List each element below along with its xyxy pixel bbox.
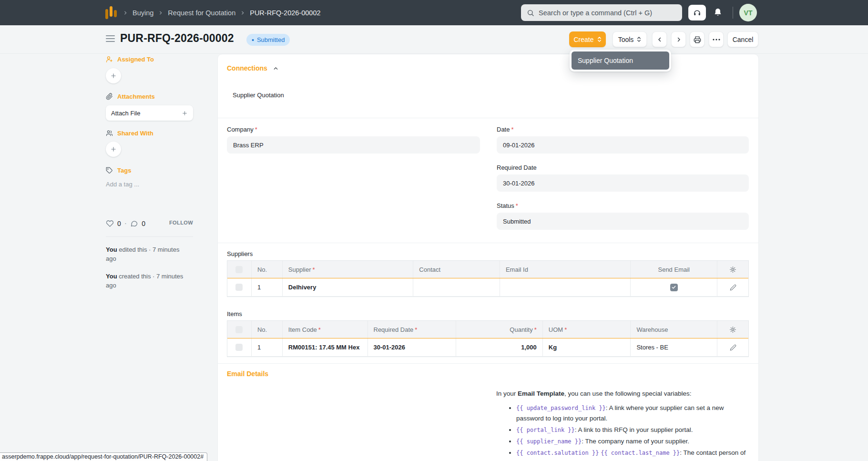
column-header-warehouse: Warehouse bbox=[631, 321, 717, 338]
add-tag-input[interactable]: Add a tag ... bbox=[106, 181, 139, 188]
column-header-send-email: Send Email bbox=[631, 261, 717, 278]
notifications-bell-icon[interactable] bbox=[713, 7, 724, 19]
breadcrumb: Buying Request for Quotation PUR-RFQ-202… bbox=[123, 0, 321, 25]
heart-icon[interactable] bbox=[106, 220, 114, 227]
supplier-name-cell[interactable]: Delhivery bbox=[283, 278, 413, 296]
chevron-up-icon[interactable] bbox=[273, 65, 279, 72]
required-marker: * bbox=[564, 326, 567, 333]
edit-row-pencil-icon[interactable] bbox=[717, 338, 748, 356]
breadcrumb-request-for-quotation[interactable]: Request for Quotation bbox=[168, 9, 235, 17]
column-header-email-id: Email Id bbox=[500, 261, 631, 278]
item-quantity-cell[interactable]: 1,000 bbox=[456, 338, 543, 356]
breadcrumb-current-document[interactable]: PUR-RFQ-2026-00002 bbox=[250, 9, 320, 17]
print-button[interactable] bbox=[690, 31, 705, 47]
row-select-checkbox[interactable] bbox=[235, 344, 243, 351]
suppliers-section-label: Suppliers bbox=[227, 250, 253, 257]
supplier-contact-cell[interactable] bbox=[413, 278, 500, 296]
avatar-initials: VT bbox=[744, 9, 753, 17]
attach-file-label: Attach File bbox=[111, 110, 140, 117]
email-variable-item: {{ portal_link }}: A link to this RFQ in… bbox=[516, 425, 749, 435]
email-variable-item: {{ update_password_link }}: A link where… bbox=[516, 403, 749, 424]
section-divider bbox=[218, 118, 758, 118]
grid-settings-gear-icon[interactable] bbox=[717, 321, 748, 338]
more-options-button[interactable] bbox=[709, 31, 724, 47]
chevron-right-icon bbox=[675, 36, 682, 43]
suppliers-table-header: No. Supplier* Contact Email Id Send Emai… bbox=[227, 261, 748, 278]
required-marker: * bbox=[255, 126, 257, 133]
browser-link-statusbar: asserpdemo.frappe.cloud/app/request-for-… bbox=[0, 452, 207, 461]
column-header-uom: UOM* bbox=[543, 321, 631, 338]
date-field-label: Date* bbox=[497, 126, 514, 133]
dropdown-item-supplier-quotation[interactable]: Supplier Quotation bbox=[572, 51, 669, 70]
activity-edited: You edited this · 7 minutes ago bbox=[106, 245, 190, 263]
item-uom-cell[interactable]: Kg bbox=[543, 338, 631, 356]
date-field-input[interactable]: 09-01-2026 bbox=[497, 136, 749, 154]
comments-count[interactable]: 0 bbox=[142, 220, 145, 227]
page-title: PUR-RFQ-2026-00002 bbox=[120, 32, 234, 45]
paperclip-icon bbox=[106, 93, 113, 100]
item-warehouse-cell[interactable]: Stores - BE bbox=[631, 338, 717, 356]
required-marker: * bbox=[534, 326, 537, 333]
sidebar-toggle-icon[interactable] bbox=[106, 35, 115, 42]
breadcrumb-buying[interactable]: Buying bbox=[133, 9, 153, 17]
variable-code: {{ update_password_link }} bbox=[516, 405, 606, 411]
required-marker: * bbox=[313, 266, 315, 273]
select-all-checkbox[interactable] bbox=[235, 326, 243, 333]
global-search[interactable] bbox=[521, 4, 682, 21]
item-required-date-cell[interactable]: 30-01-2026 bbox=[368, 338, 457, 356]
row-select-checkbox[interactable] bbox=[235, 284, 243, 291]
grid-settings-gear-icon[interactable] bbox=[717, 261, 748, 278]
assigned-to-section-label[interactable]: Assigned To bbox=[106, 56, 154, 63]
send-email-checkbox[interactable] bbox=[670, 284, 678, 291]
add-assignment-button[interactable] bbox=[106, 68, 121, 83]
previous-document-button[interactable] bbox=[652, 31, 667, 47]
shared-with-section-label[interactable]: Shared With bbox=[106, 130, 153, 137]
column-header-contact: Contact bbox=[413, 261, 500, 278]
top-navbar: Buying Request for Quotation PUR-RFQ-202… bbox=[0, 0, 868, 25]
item-row: 1 RM00151: 17.45 MM Hex 30-01-2026 1,000… bbox=[227, 338, 748, 357]
attachments-section-label[interactable]: Attachments bbox=[106, 93, 155, 100]
variable-code: {{ portal_link }} bbox=[516, 427, 575, 433]
required-date-field-input[interactable]: 30-01-2026 bbox=[497, 174, 749, 192]
user-avatar[interactable]: VT bbox=[739, 4, 757, 21]
variable-code: {{ contact.last_name }} bbox=[601, 450, 680, 456]
status-field-label: Status* bbox=[497, 202, 518, 209]
create-dropdown-menu: Supplier Quotation bbox=[570, 50, 671, 72]
item-code-cell[interactable]: RM00151: 17.45 MM Hex bbox=[283, 338, 368, 356]
tag-icon bbox=[106, 167, 113, 174]
help-headset-button[interactable] bbox=[688, 5, 706, 20]
required-marker: * bbox=[511, 126, 513, 133]
create-button[interactable]: Create bbox=[569, 31, 606, 47]
search-icon bbox=[527, 9, 534, 17]
attach-file-button[interactable]: Attach File bbox=[106, 105, 193, 121]
tags-section-label[interactable]: Tags bbox=[106, 167, 131, 174]
edit-row-pencil-icon[interactable] bbox=[717, 278, 748, 296]
follow-button[interactable]: FOLLOW bbox=[169, 220, 193, 225]
company-field-label: Company* bbox=[227, 126, 257, 133]
supplier-email-cell[interactable] bbox=[500, 278, 631, 296]
search-input[interactable] bbox=[539, 9, 676, 17]
email-details-heading: Email Details bbox=[227, 370, 268, 378]
add-share-button[interactable] bbox=[106, 142, 121, 157]
select-all-checkbox[interactable] bbox=[235, 266, 243, 273]
items-table: No. Item Code* Required Date* Quantity* … bbox=[227, 320, 749, 357]
navbar-divider bbox=[733, 7, 733, 19]
chevron-right-icon bbox=[240, 10, 245, 15]
email-variable-item: {{ supplier_name }}: The company name of… bbox=[516, 436, 749, 447]
next-document-button[interactable] bbox=[671, 31, 686, 47]
status-field-input[interactable]: Submitted bbox=[497, 213, 749, 230]
item-row-number: 1 bbox=[252, 338, 283, 356]
supplier-row-number: 1 bbox=[252, 278, 283, 296]
separator-dot: · bbox=[124, 219, 127, 228]
cancel-button[interactable]: Cancel bbox=[727, 31, 758, 47]
company-field-input[interactable]: Brass ERP bbox=[227, 136, 480, 154]
tools-button[interactable]: Tools bbox=[613, 31, 647, 47]
comment-icon[interactable] bbox=[130, 220, 138, 227]
tools-button-label: Tools bbox=[618, 36, 634, 43]
app-logo-icon[interactable] bbox=[105, 6, 117, 20]
connection-link-supplier-quotation[interactable]: Supplier Quotation bbox=[233, 92, 284, 99]
items-table-header: No. Item Code* Required Date* Quantity* … bbox=[227, 321, 748, 338]
chevron-right-icon bbox=[123, 10, 128, 15]
likes-count[interactable]: 0 bbox=[117, 220, 121, 227]
column-header-supplier: Supplier* bbox=[283, 261, 413, 278]
